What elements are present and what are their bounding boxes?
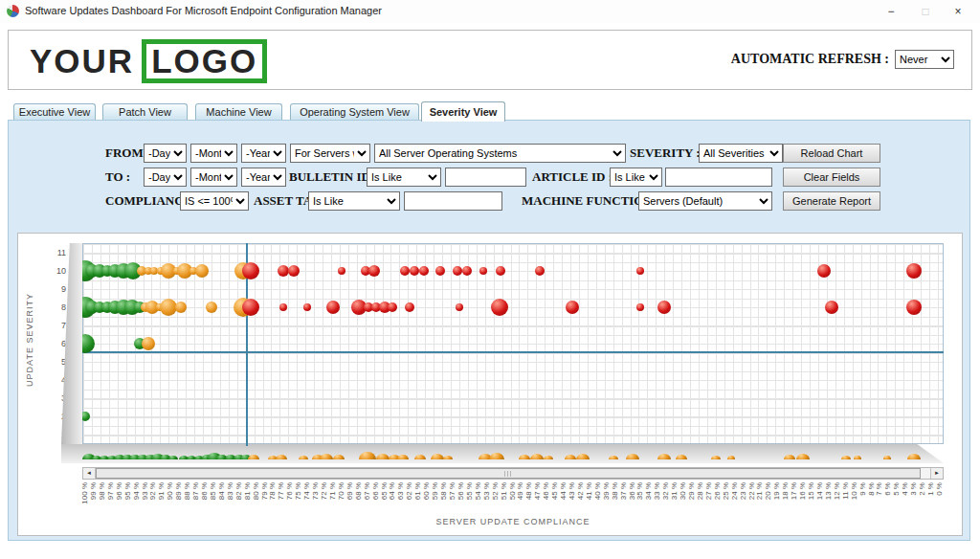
chart-bubble-red: [535, 266, 545, 276]
horizontal-scrollbar[interactable]: ◄ ►: [82, 467, 944, 480]
chart-bubble-orange: [609, 456, 618, 459]
chart-bubble-orange: [333, 455, 345, 459]
asset-op-select[interactable]: Is Like: [308, 191, 400, 211]
article-op-select[interactable]: Is Like: [610, 168, 662, 187]
reload-chart-button[interactable]: Reload Chart: [783, 144, 880, 163]
to-day-select[interactable]: -Day-: [144, 168, 187, 187]
chart-bubble-orange: [320, 454, 333, 459]
tab-machine-view[interactable]: Machine View: [195, 103, 282, 120]
y-axis-tick-label: 3: [43, 393, 66, 403]
chart-bubble-orange: [854, 456, 861, 459]
chart-bubble-red: [496, 266, 505, 276]
severity-label: SEVERITY :: [630, 144, 701, 163]
tab-severity-view[interactable]: Severity View: [421, 101, 505, 122]
chart-bubble-orange: [431, 454, 444, 459]
tab-operating-system-view[interactable]: Operating System View: [290, 103, 419, 120]
chart-bubble-orange: [711, 456, 721, 459]
chart-bubble-red: [825, 301, 838, 314]
pie-chart-app-icon: [7, 5, 19, 17]
y-axis-tick-label: 11: [43, 248, 66, 257]
title-bar: Software Updates Dashboard For Microsoft…: [0, 0, 980, 23]
maximize-button: □: [909, 0, 942, 23]
chart-bubble-red: [419, 266, 429, 276]
clear-fields-button[interactable]: Clear Fields: [783, 168, 880, 187]
chart-bubble-orange: [907, 454, 921, 459]
bubble-chart: UPDATE SEVERITY 1110987654321 ◄ ► 100 %9…: [17, 233, 963, 536]
chart-bubble-orange: [414, 455, 426, 459]
logo-text-logo: LOGO: [142, 39, 267, 83]
bulletin-id-label: BULLETIN ID :: [289, 168, 377, 187]
chart-bubble-orange: [175, 302, 187, 313]
chart-bubble-orange: [544, 456, 553, 459]
compliance-op-select[interactable]: IS <= 100%: [180, 191, 249, 211]
to-year-select[interactable]: -Year-: [241, 168, 286, 187]
bulletin-op-select[interactable]: Is Like: [367, 168, 441, 187]
to-month-select[interactable]: -Month-: [190, 168, 237, 187]
chart-bubble-orange: [565, 455, 576, 459]
chart-bubble-orange: [530, 454, 544, 459]
chart-bubble-red: [368, 265, 380, 277]
chart-bubble-orange: [248, 455, 259, 459]
close-button[interactable]: ×: [942, 0, 974, 23]
operating-system-select[interactable]: All Server Operating Systems: [374, 144, 626, 163]
chart-bubble-red: [326, 301, 340, 314]
server-scope-select[interactable]: For Servers with: [290, 144, 370, 163]
automatic-refresh-label: AUTOMATIC REFRESH :: [731, 52, 889, 67]
chart-bubble-green: [168, 456, 178, 459]
chart-bubble-red: [410, 266, 419, 276]
chart-bubble-orange: [299, 456, 308, 459]
chart-3d-floor: [61, 444, 944, 463]
scrollbar-left-arrow-icon[interactable]: ◄: [83, 468, 96, 479]
header: YOUR LOGO AUTOMATIC REFRESH : Never: [8, 30, 972, 90]
from-day-select[interactable]: -Day-: [144, 144, 187, 163]
scrollbar-thumb[interactable]: [96, 468, 921, 479]
scrollbar-right-arrow-icon[interactable]: ►: [930, 468, 943, 479]
machine-function-select[interactable]: Servers (Default): [638, 191, 772, 211]
tab-executive-view[interactable]: Executive View: [13, 103, 96, 120]
crosshair-horizontal-line: [82, 351, 944, 353]
chart-bubble-orange: [376, 454, 390, 459]
chart-bubble-orange: [443, 456, 453, 459]
generate-report-button[interactable]: Generate Report: [783, 191, 880, 211]
automatic-refresh-select[interactable]: Never: [895, 50, 954, 69]
chart-bubble-red: [566, 301, 579, 314]
chart-bubble-orange: [397, 455, 409, 459]
chart-bubble-orange: [576, 454, 590, 459]
severity-select[interactable]: All Severities: [699, 144, 783, 163]
chart-bubble-red: [288, 265, 300, 277]
chart-bubble-red: [338, 267, 345, 275]
article-id-input[interactable]: [665, 168, 772, 187]
minimize-button[interactable]: −: [875, 0, 907, 23]
chart-bubble-orange: [142, 337, 155, 350]
y-axis-tick-label: 4: [43, 375, 66, 385]
window-title: Software Updates Dashboard For Microsoft…: [25, 5, 382, 16]
y-axis-tick-label: 6: [43, 339, 66, 348]
plot-area: [82, 243, 944, 444]
chart-bubble-orange: [883, 456, 891, 459]
chart-bubble-red: [491, 299, 508, 316]
bulletin-id-input[interactable]: [445, 168, 526, 187]
logo-text-your: YOUR: [30, 42, 134, 80]
chart-bubble-orange: [841, 456, 851, 459]
y-axis-tick-label: 10: [43, 266, 66, 276]
y-axis-tick-label: 7: [43, 321, 66, 330]
x-axis-title: SERVER UPDATE COMPLIANCE: [82, 517, 944, 526]
chart-bubble-orange: [519, 455, 530, 459]
from-month-select[interactable]: -Month-: [190, 144, 237, 163]
chart-bubble-orange: [626, 454, 639, 459]
chart-bubble-red: [400, 266, 410, 276]
y-axis-tick-label: 8: [43, 302, 66, 312]
y-axis-tick-label: 5: [43, 357, 66, 367]
from-year-select[interactable]: -Year-: [241, 144, 286, 163]
asset-tag-input[interactable]: [404, 191, 502, 211]
app-window: Software Updates Dashboard For Microsoft…: [0, 0, 980, 559]
logo: YOUR LOGO: [30, 39, 267, 83]
scrollbar-grip: [504, 471, 512, 477]
chart-bubble-orange: [784, 455, 795, 459]
chart-bubble-orange: [359, 452, 376, 459]
tab-patch-view[interactable]: Patch View: [102, 103, 188, 120]
to-label: TO :: [105, 168, 130, 187]
x-axis-tick-label: 0 %: [935, 482, 945, 515]
chart-bubble-orange: [727, 456, 735, 459]
chart-bubble-orange: [676, 455, 687, 459]
